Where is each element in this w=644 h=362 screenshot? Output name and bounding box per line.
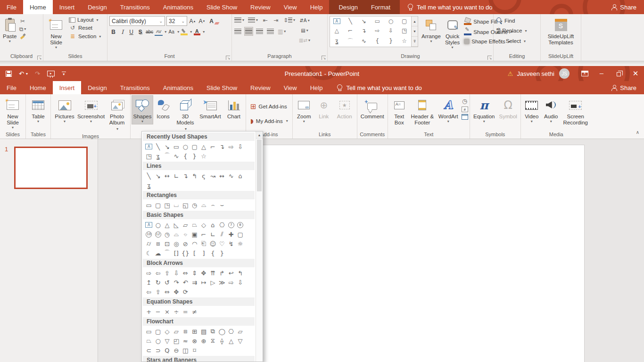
- shape-arrow-up[interactable]: ⇧: [163, 268, 172, 278]
- new-slide-button[interactable]: ✶ New Slide▾: [1, 96, 24, 130]
- shape-cloud[interactable]: ☁: [153, 248, 162, 258]
- character-spacing-button[interactable]: AV: [155, 28, 163, 36]
- customize-qat-button[interactable]: ▾: [62, 72, 66, 76]
- shape-arrow-bent-up[interactable]: ↥: [144, 278, 153, 287]
- smartart-button[interactable]: SmartArt: [198, 96, 223, 121]
- shape-left-bracket[interactable]: [: [190, 248, 199, 258]
- select-button[interactable]: ↖Select▾: [495, 37, 528, 45]
- shape-line-arrow[interactable]: ↘: [153, 171, 162, 181]
- chart-button[interactable]: Chart: [223, 96, 244, 121]
- paste-button[interactable]: Paste ▾: [2, 16, 17, 43]
- text-direction-button[interactable]: ⇵A▾: [298, 16, 311, 25]
- tab-help[interactable]: Help: [304, 0, 330, 14]
- font-size-combobox[interactable]: 32⌄: [166, 16, 187, 26]
- strikethrough-button[interactable]: abc: [145, 28, 154, 36]
- text-box-button[interactable]: A≡ Text Box: [389, 96, 409, 127]
- shape-regular-pentagon[interactable]: ⌂: [208, 220, 217, 230]
- tab-design[interactable]: Design: [81, 81, 113, 94]
- my-addins-button[interactable]: ◗My Add-ins▾: [248, 115, 291, 127]
- tab-file[interactable]: File: [0, 81, 23, 94]
- shape-pie[interactable]: ◷: [163, 230, 172, 239]
- shapes-dropdown-scrollbar[interactable]: ▲: [256, 132, 263, 362]
- increase-font-size-button[interactable]: A▲: [189, 17, 197, 25]
- section-button[interactable]: ≣Section▾: [68, 32, 102, 41]
- shape-round-same-side-corner-rectangle[interactable]: ⌢: [208, 200, 217, 210]
- shape-connector-elbow-arrow[interactable]: ↴: [357, 26, 371, 35]
- columns-button[interactable]: ▥▾: [277, 27, 286, 35]
- shape-freeform-scribble[interactable]: ʓ: [153, 151, 162, 161]
- shape-cube[interactable]: ⧈: [153, 239, 162, 248]
- shape-arrow-up-callout[interactable]: ⇧: [153, 287, 162, 296]
- shape-oval[interactable]: ○: [153, 220, 162, 230]
- ribbon-display-options-button[interactable]: ∧: [576, 66, 593, 81]
- wordart-button[interactable]: A WordArt▾: [436, 96, 461, 124]
- shape-bevel[interactable]: ⊡: [163, 239, 172, 248]
- clear-formatting-button[interactable]: A: [207, 17, 215, 25]
- shape-flowchart-sort[interactable]: ⟠: [217, 336, 226, 346]
- shape-flowchart-decision[interactable]: ◇: [163, 327, 172, 336]
- align-right-button[interactable]: [256, 27, 264, 35]
- tab-review[interactable]: Review: [244, 0, 277, 14]
- shape-snip-single-corner-rectangle[interactable]: ◳: [163, 200, 172, 210]
- font-color-button[interactable]: A: [193, 28, 201, 36]
- shape-arrow-down-callout[interactable]: ⇩: [236, 278, 245, 287]
- shape-line[interactable]: ╲: [144, 171, 153, 181]
- shape-flowchart-collate[interactable]: ⧖: [208, 336, 217, 346]
- share-button[interactable]: Share: [611, 81, 644, 94]
- tab-design[interactable]: Design: [81, 0, 113, 14]
- shape-right-bracket[interactable]: ]: [199, 248, 208, 258]
- numbering-button[interactable]: ▾: [248, 16, 258, 24]
- format-painter-button[interactable]: [18, 33, 26, 41]
- tab-slide-show[interactable]: Slide Show: [200, 0, 244, 14]
- shape-connector-elbow[interactable]: ∟: [172, 171, 181, 181]
- replace-button[interactable]: abacReplace▾: [495, 26, 528, 35]
- shape-lightning-bolt[interactable]: ↯: [227, 239, 236, 248]
- shape-connector-curved[interactable]: ς: [199, 171, 208, 181]
- minimize-button[interactable]: ─: [593, 66, 610, 81]
- tab-home[interactable]: Home: [23, 0, 53, 14]
- shape-arc[interactable]: ⌒: [163, 248, 172, 258]
- shape-math-equal[interactable]: =: [181, 307, 190, 316]
- shape-arrow-u-turn[interactable]: ↩: [227, 268, 236, 278]
- shape-oval[interactable]: ○: [181, 142, 190, 151]
- gallery-scroll-up[interactable]: ▲: [412, 16, 418, 26]
- redo-button[interactable]: ↷: [35, 70, 40, 77]
- shape-line-arrow[interactable]: ↘: [163, 142, 172, 151]
- collapse-ribbon-button[interactable]: ∧: [636, 130, 639, 135]
- shape-round-diagonal-corner-rectangle[interactable]: ⌣: [217, 200, 226, 210]
- icons-button[interactable]: Icons: [153, 96, 173, 121]
- tab-slide-show[interactable]: Slide Show: [200, 81, 244, 94]
- shape-folded-corner[interactable]: ⎗: [199, 239, 208, 248]
- equation-button[interactable]: π Equation▾: [471, 96, 497, 124]
- arrange-button[interactable]: Arrange ▾: [421, 16, 442, 43]
- shape-flowchart-process[interactable]: ▭: [144, 327, 153, 336]
- align-text-button[interactable]: ▤▾: [298, 26, 311, 34]
- font-name-combobox[interactable]: Calibri (Body)⌄: [109, 16, 165, 26]
- shape-isosceles-triangle[interactable]: △: [199, 142, 208, 151]
- shape-sun[interactable]: ☼: [236, 239, 245, 248]
- shape-flowchart-alternate-process[interactable]: ▢: [153, 327, 162, 336]
- shape-line[interactable]: ╲: [344, 16, 357, 26]
- tab-insert[interactable]: Insert: [53, 81, 82, 94]
- tab-home[interactable]: Home: [23, 81, 53, 94]
- shape-math-minus[interactable]: −: [153, 307, 162, 316]
- shape-arrow-up-down[interactable]: ⇕: [190, 268, 199, 278]
- decrease-font-size-button[interactable]: A▼: [198, 17, 206, 25]
- shape-snip-same-side-corner-rectangle[interactable]: ⌴: [172, 200, 181, 210]
- shape-snip-diagonal-corner-rectangle[interactable]: ◱: [181, 200, 190, 210]
- shape-rounded-rectangle[interactable]: ▢: [153, 200, 162, 210]
- slide-number-button[interactable]: #: [462, 107, 468, 112]
- shape-snip-single-corner-rectangle[interactable]: ◳: [144, 151, 153, 161]
- shape-half-frame[interactable]: ⌐: [199, 230, 208, 239]
- align-left-button[interactable]: [234, 27, 242, 35]
- shape-flowchart-card[interactable]: ◰: [172, 336, 181, 346]
- shape-diamond[interactable]: ◇: [199, 220, 208, 230]
- shape-chord[interactable]: ⌓: [172, 230, 181, 239]
- shape-isosceles-triangle[interactable]: △: [330, 26, 344, 35]
- shape-arrow-down[interactable]: ⇩: [384, 26, 398, 35]
- shape-no-symbol[interactable]: ⊘: [181, 239, 190, 248]
- shape-oval[interactable]: ○: [384, 16, 398, 26]
- shape-arrow-left-up[interactable]: ↰: [236, 268, 245, 278]
- user-name[interactable]: Jasveen sethi: [517, 70, 555, 77]
- shape-flowchart-off-page-connector[interactable]: ▽: [163, 336, 172, 346]
